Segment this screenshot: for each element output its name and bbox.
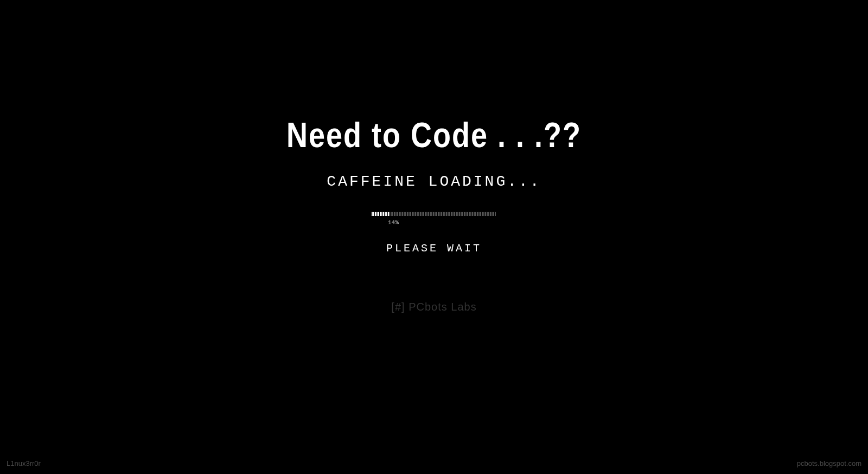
credits-text: [#] PCbots Labs bbox=[391, 301, 476, 313]
loading-text: CAFFEINE LOADING... bbox=[327, 173, 541, 190]
footer-left-text: L1nux3rr0r bbox=[7, 459, 41, 467]
please-wait-text: PLEASE WAIT bbox=[386, 242, 482, 255]
progress-filled bbox=[372, 212, 389, 216]
progress-bar bbox=[372, 212, 496, 216]
progress-empty bbox=[389, 212, 496, 216]
footer-right-text: pcbots.blogspot.com bbox=[797, 459, 861, 467]
progress-container: 14% bbox=[372, 212, 496, 226]
wallpaper-content: Need to Code . . .?? CAFFEINE LOADING...… bbox=[0, 118, 868, 313]
heading-text: Need to Code . . .?? bbox=[286, 114, 582, 154]
progress-percent-label: 14% bbox=[388, 219, 399, 226]
